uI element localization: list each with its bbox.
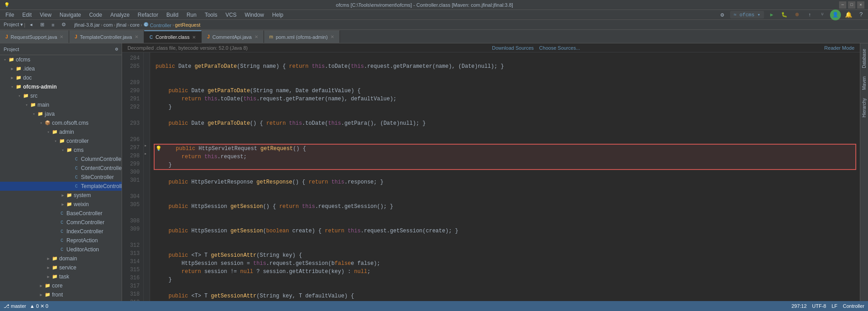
menu-window[interactable]: Window bbox=[241, 11, 268, 19]
toggle-icon: ▶ bbox=[9, 75, 15, 81]
nav-expand[interactable]: ⊞ bbox=[37, 20, 47, 30]
breadcrumb-core[interactable]: core bbox=[130, 22, 139, 28]
tree-content-controller[interactable]: C ContentController bbox=[0, 164, 122, 173]
choose-sources-link[interactable]: Choose Sources... bbox=[539, 45, 580, 51]
sidebar-settings-btn[interactable]: ⚙ bbox=[115, 46, 118, 52]
tree-domain[interactable]: ▶ 📁 domain bbox=[0, 254, 122, 263]
menu-code[interactable]: Code bbox=[85, 11, 106, 19]
code-line-blank2 bbox=[156, 111, 854, 119]
status-bar: ⎇ master ▲ 0 ✕ 0 297:12 UTF-8 LF Control… bbox=[0, 301, 868, 311]
tree-main[interactable]: ▾ 📁 main bbox=[0, 100, 122, 109]
tab-close-0[interactable]: ✕ bbox=[60, 34, 63, 39]
nav-gear[interactable]: ⚙ bbox=[59, 20, 69, 30]
profile-button[interactable]: ⌾ bbox=[792, 10, 802, 20]
menu-analyze[interactable]: Analyze bbox=[107, 11, 133, 19]
menu-help[interactable]: Help bbox=[269, 11, 287, 19]
tab-close-1[interactable]: ✕ bbox=[135, 34, 138, 39]
tree-idea[interactable]: ▶ 📁 .idea bbox=[0, 64, 122, 73]
line-sep-indicator[interactable]: LF bbox=[831, 303, 837, 309]
menu-vcs[interactable]: VCS bbox=[222, 11, 241, 19]
menu-tools[interactable]: Tools bbox=[201, 11, 221, 19]
tree-task[interactable]: ▶ 📁 task bbox=[0, 272, 122, 281]
app-icon: 💡 bbox=[4, 2, 10, 8]
maximize-button[interactable]: □ bbox=[848, 1, 855, 9]
avatar[interactable]: 👤 bbox=[830, 9, 841, 20]
settings-button[interactable]: ⚙ bbox=[717, 10, 727, 20]
folder-icon: 📁 bbox=[15, 66, 22, 72]
java-icon: J bbox=[5, 34, 8, 39]
git-button[interactable]: ⑂ bbox=[817, 10, 827, 20]
nav-back[interactable]: ◂ bbox=[26, 20, 36, 30]
code-line-316: } bbox=[156, 276, 854, 284]
nav-project[interactable]: Project ▾ bbox=[4, 22, 23, 28]
tab-requestsupport[interactable]: J RequestSupport.java ✕ bbox=[0, 30, 69, 43]
help-button[interactable]: ? bbox=[856, 10, 866, 20]
breadcrumb-jar[interactable]: jfinal-3.8.jar bbox=[74, 22, 100, 28]
tree-column-controller[interactable]: C ColumnController bbox=[0, 155, 122, 164]
breadcrumb-com[interactable]: com bbox=[104, 22, 113, 28]
tab-database[interactable]: Database bbox=[861, 45, 868, 72]
breadcrumb-getrequest[interactable]: getRequest bbox=[175, 22, 200, 28]
menu-refactor[interactable]: Refactor bbox=[134, 11, 162, 19]
git-branch[interactable]: ⎇ master bbox=[4, 303, 26, 309]
tree-comn-controller[interactable]: C ComnController bbox=[0, 218, 122, 227]
tree-reprot-action[interactable]: C ReprotAction bbox=[0, 236, 122, 245]
run-button[interactable]: ▶ bbox=[767, 10, 777, 20]
breadcrumb-jfinal[interactable]: jfinal bbox=[116, 22, 127, 28]
debug-button[interactable]: 🐛 bbox=[779, 10, 789, 20]
tab-maven[interactable]: Maven bbox=[861, 73, 868, 94]
menu-run[interactable]: Run bbox=[183, 11, 200, 19]
class-file-icon: C bbox=[59, 219, 65, 226]
tab-close-4[interactable]: ✕ bbox=[330, 34, 334, 39]
tree-controller[interactable]: ▾ 📁 controller bbox=[0, 137, 122, 146]
tree-com-ofsoft[interactable]: ▾ 📦 com.ofsoft.cms bbox=[0, 118, 122, 127]
tab-commentapi[interactable]: J CommentApi.java ✕ bbox=[202, 30, 264, 43]
breadcrumb-controller[interactable]: C Controller bbox=[143, 22, 172, 28]
tab-hierarchy[interactable]: Hierarchy bbox=[861, 94, 868, 121]
title-bar-controls[interactable]: ─ □ ✕ bbox=[839, 1, 864, 9]
toggle-icon: ▶ bbox=[60, 201, 66, 207]
close-button[interactable]: ✕ bbox=[857, 1, 864, 9]
folder-icon: 📁 bbox=[8, 57, 14, 63]
toggle-placeholder bbox=[52, 228, 59, 235]
tree-ofcms[interactable]: ▾ 📁 ofcms bbox=[0, 55, 122, 64]
tree-ueditor-action[interactable]: C UeditorAction bbox=[0, 245, 122, 254]
update-button[interactable]: ↑ bbox=[805, 10, 815, 20]
tree-admin[interactable]: ▾ 📁 admin bbox=[0, 127, 122, 137]
code-editor[interactable]: public Date getParaToDate(String name) {… bbox=[150, 52, 860, 306]
tab-close-3[interactable]: ✕ bbox=[255, 34, 258, 39]
position-indicator[interactable]: 297:12 bbox=[792, 303, 807, 309]
minimize-button[interactable]: ─ bbox=[839, 1, 846, 9]
notifications-button[interactable]: 🔔 bbox=[844, 10, 854, 20]
tree-system[interactable]: ▶ 📁 system bbox=[0, 191, 122, 200]
tab-controller-class[interactable]: C Controller.class ✕ bbox=[144, 30, 202, 43]
toggle-placeholder bbox=[52, 246, 59, 253]
encoding-indicator[interactable]: UTF-8 bbox=[812, 303, 826, 309]
menu-edit[interactable]: Edit bbox=[19, 11, 35, 19]
menu-file[interactable]: File bbox=[2, 11, 18, 19]
tree-site-controller[interactable]: C SiteController bbox=[0, 173, 122, 182]
menu-view[interactable]: View bbox=[36, 11, 55, 19]
toggle-icon: ▾ bbox=[52, 138, 59, 144]
tab-templatecontroller[interactable]: J TemplateController.java ✕ bbox=[69, 30, 144, 43]
tree-service[interactable]: ▶ 📁 service bbox=[0, 263, 122, 272]
tree-java[interactable]: ▾ 📁 java bbox=[0, 109, 122, 118]
nav-settings[interactable]: ≡ bbox=[48, 20, 58, 30]
menu-navigate[interactable]: Navigate bbox=[56, 11, 85, 19]
reader-mode-link[interactable]: Reader Mode bbox=[824, 45, 854, 51]
folder-icon: 📁 bbox=[66, 192, 72, 198]
menu-build[interactable]: Build bbox=[163, 11, 182, 19]
tree-base-controller[interactable]: C BaseController bbox=[0, 209, 122, 218]
tree-weixin[interactable]: ▶ 📁 weixin bbox=[0, 200, 122, 209]
tree-doc[interactable]: ▶ 📁 doc bbox=[0, 73, 122, 82]
tree-cms[interactable]: ▾ 📁 cms bbox=[0, 146, 122, 155]
tree-front[interactable]: ▶ 📁 front bbox=[0, 290, 122, 299]
tab-pomxml[interactable]: m pom.xml (ofcms-admin) ✕ bbox=[264, 30, 340, 43]
tree-src[interactable]: ▾ 📁 src bbox=[0, 91, 122, 100]
tree-core[interactable]: ▶ 📁 core bbox=[0, 281, 122, 290]
tree-index-controller[interactable]: C IndexController bbox=[0, 227, 122, 236]
tab-close-2[interactable]: ✕ bbox=[192, 35, 196, 40]
tree-ofcms-admin[interactable]: ▾ 📁 ofcms-admin bbox=[0, 82, 122, 91]
tree-template-controller[interactable]: C TemplateController bbox=[0, 182, 122, 191]
download-sources-link[interactable]: Download Sources bbox=[492, 45, 533, 51]
